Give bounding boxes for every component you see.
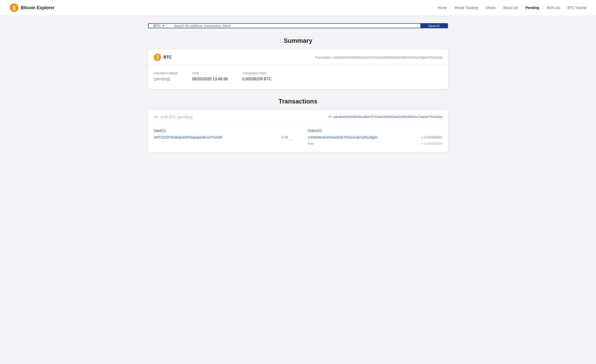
summary-header: ₿ BTC Transaction: ade3b4154c590b26ca5de… (148, 49, 448, 66)
output-label: Output(1) (308, 129, 442, 132)
tx-label: Transaction: (315, 56, 332, 59)
summary-title: Summary (148, 37, 448, 44)
time-field: Time 08/20/2020 13:48:38 (192, 71, 228, 81)
nav-item-home[interactable]: Home (438, 6, 447, 10)
nav-item-whale-tracking[interactable]: Whale Tracking (455, 6, 478, 10)
output-row: 1HDWAto9mD4vwZkxE7RZ4nxvgYcA5vJQpG + 0.9… (308, 135, 442, 139)
tx-top-bar: ⇌ 0.95 BTC (pending) ID: ade3b4154c590b2… (148, 110, 448, 124)
svg-text:₿: ₿ (13, 5, 15, 11)
tx-hash-link[interactable]: ade3b4154c590b26ca5de707103e2d95020a652d… (333, 115, 442, 119)
currency-label: BTC (153, 24, 161, 28)
right-arrow-icon: → (288, 137, 293, 143)
logo-area: ₿ Bitcoin Explorer (10, 3, 54, 12)
tx-fees-value: 0.00039109 BTC (242, 77, 271, 81)
main-content: Summary ₿ BTC Transaction: ade3b4154c590… (143, 37, 453, 162)
input-label: Input(1) (154, 129, 288, 132)
fee-row: Fee + 0.00039109 (308, 142, 442, 146)
svg-text:₿: ₿ (156, 55, 159, 60)
input-amount: - 0.95 (280, 135, 288, 139)
nav-item-charts[interactable]: Charts (486, 6, 496, 10)
transactions-card: ⇌ 0.95 BTC (pending) ID: ade3b4154c590b2… (148, 110, 448, 152)
tx-hash: ade3b4154c590b26ca5de707103e2d95020a652d… (333, 56, 442, 59)
summary-body: Included in Block (pending) Time 08/20/2… (148, 66, 448, 89)
search-section: BTC ▼ Search (143, 23, 453, 28)
input-section: Input(1) 3MTZZ4ZPRofetqUE8PMayapG9nvyTHV… (154, 129, 288, 146)
included-in-block-value: (pending) (154, 77, 170, 81)
main-nav: Home Whale Tracking Charts Block List Pe… (438, 6, 586, 10)
nav-item-btc-tutorial[interactable]: BTC Tutorial (567, 6, 586, 10)
nav-item-pending[interactable]: Pending (526, 6, 539, 10)
time-label: Time (192, 71, 228, 75)
btc-logo-icon: ₿ (154, 54, 161, 61)
nav-item-block-list[interactable]: Block List (503, 6, 518, 10)
header: ₿ Bitcoin Explorer Home Whale Tracking C… (0, 0, 596, 15)
tx-amount: 0.95 BTC (pending) (161, 115, 193, 119)
tx-id-label: ID: (328, 115, 332, 119)
included-in-block-field: Included in Block (pending) (154, 71, 178, 81)
included-in-block-label: Included in Block (154, 71, 178, 75)
transfer-arrows-icon: ⇌ (154, 114, 158, 120)
arrow-col: → (288, 129, 298, 146)
search-bar: BTC ▼ Search (148, 23, 448, 28)
btc-currency-label: BTC (164, 55, 171, 59)
time-value: 08/20/2020 13:48:38 (192, 77, 228, 81)
fee-amount: + 0.00039109 (421, 142, 442, 146)
output-section: Output(1) 1HDWAto9mD4vwZkxE7RZ4nxvgYcA5v… (298, 129, 442, 146)
nav-item-rich-list[interactable]: Rich List (547, 6, 560, 10)
summary-card: ₿ BTC Transaction: ade3b4154c590b26ca5de… (148, 49, 448, 89)
tx-id-right: ID: ade3b4154c590b26ca5de707103e2d95020a… (328, 115, 442, 119)
tx-fees-label: Transaction Fees (242, 71, 271, 75)
bitcoin-logo-icon: ₿ (10, 3, 18, 12)
output-amount: + 0.94960891 (421, 135, 442, 139)
search-button[interactable]: Search (420, 24, 447, 28)
input-row: 3MTZZ4ZPRofetqUE8PMayapG9nvyTHVod9 - 0.9… (154, 135, 288, 139)
tx-fees-field: Transaction Fees 0.00039109 BTC (242, 71, 271, 81)
search-input[interactable] (170, 24, 421, 28)
currency-selector[interactable]: BTC ▼ (149, 24, 170, 28)
input-address[interactable]: 3MTZZ4ZPRofetqUE8PMayapG9nvyTHVod9 (154, 135, 222, 139)
output-address[interactable]: 1HDWAto9mD4vwZkxE7RZ4nxvgYcA5vJQpG (308, 135, 378, 139)
logo-text: Bitcoin Explorer (21, 5, 54, 10)
fee-label: Fee (308, 142, 313, 146)
transaction-id: Transaction: ade3b4154c590b26ca5de707103… (315, 56, 442, 59)
transactions-title: Transactions (148, 98, 448, 105)
chevron-down-icon: ▼ (162, 24, 165, 28)
io-section: Input(1) 3MTZZ4ZPRofetqUE8PMayapG9nvyTHV… (148, 124, 448, 152)
